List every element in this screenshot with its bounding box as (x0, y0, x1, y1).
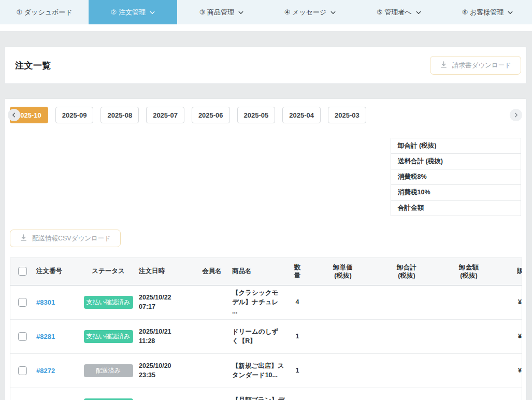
order-id-link[interactable]: #8272 (36, 367, 55, 375)
prev-month-button[interactable] (8, 109, 20, 121)
column-header-member: 会員名 (202, 267, 222, 275)
product-name: 【新規ご出店】スタンダード10... (232, 361, 285, 380)
nav-tab-label: ④ メッセージ (284, 8, 327, 17)
column-header-date: 注文日時 (139, 267, 165, 275)
status-badge: 支払い確認済み (84, 398, 133, 400)
nav-tab-orders[interactable]: ② 注文管理 (89, 0, 177, 24)
nav-tab-label: ③ 商品管理 (199, 8, 234, 17)
column-header-wholesale-total: 卸合計(税抜) (397, 263, 416, 280)
summary-tax-8: 消費税8% (391, 169, 521, 185)
orders-table-container: 注文番号 ステータス 注文日時 会員名 商品名 数量 卸単価(税抜) 卸合計(税… (10, 258, 522, 400)
order-datetime: 2025/10/2023:35 (139, 361, 192, 380)
shipping-csv-download-label: 配送情報CSVダウンロード (32, 234, 111, 243)
nav-tab-admin[interactable]: ⑤ 管理者へ (355, 0, 443, 24)
status-badge: 配送済み (84, 364, 133, 377)
sale-price: ¥ (518, 298, 522, 306)
nav-tab-label: ① ダッシュボード (17, 8, 73, 17)
download-icon (20, 234, 27, 243)
sale-price: ¥5 (518, 367, 522, 374)
month-tab-2025-08[interactable]: 2025-08 (100, 107, 139, 123)
summary-wholesale-total: 卸合計 (税抜) (391, 138, 521, 154)
month-tab-2025-06[interactable]: 2025-06 (192, 107, 230, 123)
sale-price: ¥2 (518, 333, 522, 340)
column-header-product: 商品名 (232, 267, 252, 275)
status-badge: 支払い確認済み (84, 296, 133, 309)
quantity: 1 (296, 333, 299, 340)
row-checkbox[interactable] (18, 366, 27, 375)
download-icon (440, 61, 448, 70)
nav-tab-customers[interactable]: ⑥ お客様管理 (443, 0, 532, 24)
order-row: #8262 支払い確認済み 2025/10/20 【月額プラン】デジ 1 (10, 388, 522, 400)
summary-shipping-total: 送料合計 (税抜) (391, 154, 521, 169)
nav-tab-messages[interactable]: ④ メッセージ (266, 0, 355, 24)
nav-tab-label: ⑤ 管理者へ (377, 8, 412, 17)
chevron-down-icon (507, 9, 513, 16)
monthly-summary: 卸合計 (税抜) 送料合計 (税抜) 消費税8% 消費税10% 合計金額 (10, 138, 521, 216)
page-title: 注文一覧 (15, 60, 51, 72)
orders-table: 注文番号 ステータス 注文日時 会員名 商品名 数量 卸単価(税抜) 卸合計(税… (10, 258, 522, 400)
order-row: #8281 支払い確認済み 2025/10/2111:28 ドリームのしずく【R… (10, 319, 522, 353)
column-header-status: ステータス (92, 267, 125, 275)
month-tab-2025-09[interactable]: 2025-09 (55, 107, 94, 123)
order-row: #8272 配送済み 2025/10/2023:35 【新規ご出店】スタンダード… (10, 353, 522, 388)
month-tab-2025-04[interactable]: 2025-04 (282, 107, 321, 123)
column-header-wholesale-amount: 卸金額(税抜) (459, 263, 479, 280)
column-header-order-id: 注文番号 (36, 267, 62, 275)
nav-tab-products[interactable]: ③ 商品管理 (177, 0, 266, 24)
chevron-down-icon (149, 9, 155, 16)
order-row: #8301 支払い確認済み 2025/10/2207:17 【クラシックモデル】… (10, 285, 522, 319)
invoice-download-button[interactable]: 請求書ダウンロード (430, 56, 521, 75)
column-header-sale-price: 販 (517, 267, 522, 275)
chevron-down-icon (415, 9, 422, 16)
column-header-qty: 数量 (294, 263, 301, 280)
chevron-down-icon (238, 9, 244, 16)
order-datetime: 2025/10/2207:17 (139, 293, 192, 311)
quantity: 4 (296, 298, 299, 306)
column-header-unit-price: 卸単価(税抜) (333, 263, 353, 280)
chevron-down-icon (330, 9, 336, 16)
order-datetime: 2025/10/2111:28 (139, 327, 192, 346)
nav-tab-dashboard[interactable]: ① ダッシュボード (0, 0, 89, 24)
order-id-link[interactable]: #8301 (36, 298, 55, 306)
invoice-download-label: 請求書ダウンロード (452, 61, 511, 70)
page-header-card: 注文一覧 請求書ダウンロード (4, 47, 527, 84)
summary-grand-total: 合計金額 (391, 201, 521, 216)
month-tab-2025-05[interactable]: 2025-05 (237, 107, 276, 123)
status-badge: 支払い確認済み (84, 330, 133, 343)
spacer (0, 24, 532, 31)
month-tab-2025-07[interactable]: 2025-07 (146, 107, 184, 123)
summary-tax-10: 消費税10% (391, 185, 521, 201)
monthly-summary-table: 卸合計 (税抜) 送料合計 (税抜) 消費税8% 消費税10% 合計金額 (391, 138, 521, 216)
quantity: 1 (296, 367, 299, 374)
top-navigation: ① ダッシュボード ② 注文管理 ③ 商品管理 ④ メッセージ ⑤ 管理者へ ⑥… (0, 0, 532, 24)
select-all-checkbox[interactable] (18, 267, 27, 276)
next-month-button[interactable] (510, 109, 522, 121)
month-tab-2025-03[interactable]: 2025-03 (328, 107, 366, 123)
product-name: 【月額プラン】デジ (232, 395, 285, 400)
row-checkbox[interactable] (18, 332, 27, 341)
orders-card: 2025-10 2025-09 2025-08 2025-07 2025-06 … (4, 98, 527, 400)
row-checkbox[interactable] (18, 298, 27, 307)
nav-tab-label: ② 注文管理 (111, 8, 146, 17)
month-tabs: 2025-10 2025-09 2025-08 2025-07 2025-06 … (10, 104, 521, 126)
order-id-link[interactable]: #8281 (36, 333, 55, 340)
orders-table-header-row: 注文番号 ステータス 注文日時 会員名 商品名 数量 卸単価(税抜) 卸合計(税… (10, 258, 522, 285)
product-name: 【クラシックモデル】ナチュレ ... (232, 288, 285, 316)
product-name: ドリームのしずく【R】 (232, 327, 285, 346)
nav-tab-label: ⑥ お客様管理 (462, 8, 504, 17)
shipping-csv-download-button[interactable]: 配送情報CSVダウンロード (10, 230, 121, 247)
